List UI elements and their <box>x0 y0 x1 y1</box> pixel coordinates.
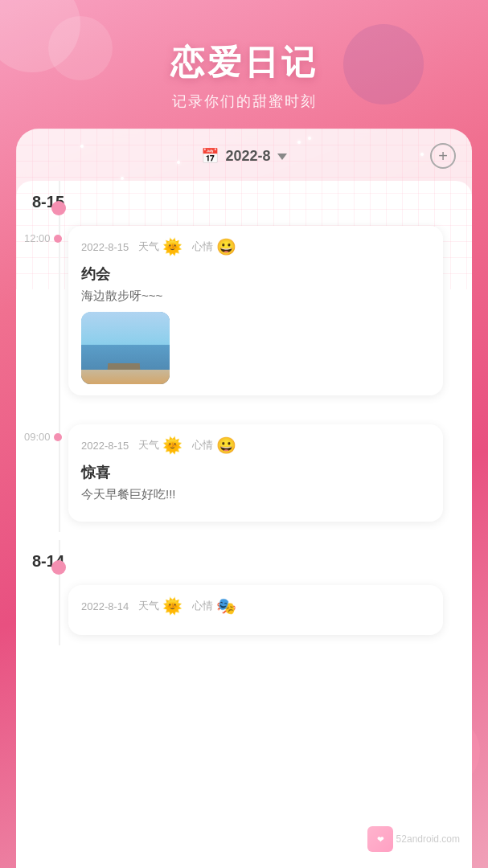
mood-label-0: 心情 <box>192 240 213 254</box>
entry-card-2[interactable]: 2022-8-14 天气 🌞 心情 🎭 <box>68 585 443 635</box>
mood-item-2: 心情 🎭 <box>192 596 236 616</box>
month-nav: 📅 2022-8 + <box>16 129 472 181</box>
main-card: 📅 2022-8 + 8-15 12:00 <box>16 129 472 868</box>
entry-date-1: 2022-8-15 <box>81 440 129 452</box>
entry-body-1: 今天早餐巨好吃!!! <box>81 487 430 502</box>
diary-content[interactable]: 8-15 12:00 2022-8-15 天气 <box>16 181 472 868</box>
weather-item-0: 天气 🌞 <box>138 237 182 256</box>
time-dot-1200 <box>54 235 62 243</box>
date-section-815: 8-15 12:00 2022-8-15 天气 <box>16 181 472 532</box>
entry-image-0 <box>81 312 170 384</box>
mood-label-2: 心情 <box>192 599 213 613</box>
entry-title-0: 约会 <box>81 264 430 284</box>
watermark-text: 52android.com <box>396 833 460 845</box>
ocean-sand <box>81 370 170 384</box>
weather-item-2: 天气 🌞 <box>138 596 182 616</box>
ocean-sky <box>81 312 170 348</box>
ocean-pier <box>108 363 141 370</box>
entry-card-0[interactable]: 2022-8-15 天气 🌞 心情 😀 约会 海边散步呀~~~ <box>68 226 443 395</box>
entry-date-2: 2022-8-14 <box>81 600 129 612</box>
weather-emoji-1: 🌞 <box>162 436 182 455</box>
entry-date-0: 2022-8-15 <box>81 241 129 253</box>
app-subtitle: 记录你们的甜蜜时刻 <box>0 92 488 111</box>
time-dot-0900 <box>54 433 62 441</box>
month-center[interactable]: 📅 2022-8 <box>58 147 430 165</box>
entry-meta-2: 2022-8-14 天气 🌞 心情 🎭 <box>81 596 430 616</box>
entry-meta-1: 2022-8-15 天气 🌞 心情 😀 <box>81 436 430 455</box>
mood-emoji-0: 😀 <box>216 237 236 256</box>
watermark: ❤ 52android.com <box>367 826 460 852</box>
time-row-0900: 09:00 2022-8-15 天气 🌞 心情 <box>16 414 472 532</box>
entry-meta-0: 2022-8-15 天气 🌞 心情 😀 <box>81 237 430 256</box>
weather-emoji-2: 🌞 <box>162 596 182 616</box>
date-dot-814 <box>51 560 66 575</box>
time-row-1200: 12:00 2022-8-15 天气 🌞 心情 <box>16 215 472 406</box>
weather-label-1: 天气 <box>138 438 159 452</box>
watermark-logo: ❤ <box>367 826 393 852</box>
date-dot-815 <box>51 201 66 215</box>
calendar-icon: 📅 <box>201 147 219 165</box>
mood-emoji-1: 😀 <box>216 436 236 455</box>
date-section-814: 8-14 2022-8-14 天气 🌞 <box>16 540 472 645</box>
entry-title-1: 惊喜 <box>81 463 430 482</box>
mood-item-1: 心情 😀 <box>192 436 236 455</box>
entry-card-1[interactable]: 2022-8-15 天气 🌞 心情 😀 惊喜 今天早餐巨好吃!!! <box>68 424 443 522</box>
time-label-1200: 12:00 <box>24 232 51 244</box>
mood-label-1: 心情 <box>192 438 213 452</box>
weather-emoji-0: 🌞 <box>162 237 182 256</box>
weather-label-2: 天气 <box>138 599 159 613</box>
time-label-0900: 09:00 <box>24 431 51 443</box>
chevron-down-icon <box>277 154 287 160</box>
weather-item-1: 天气 🌞 <box>138 436 182 455</box>
app-title: 恋爱日记 <box>0 40 488 85</box>
add-button[interactable]: + <box>430 143 456 169</box>
entry-body-0: 海边散步呀~~~ <box>81 289 430 304</box>
mood-emoji-2: 🎭 <box>216 596 236 616</box>
header: 恋爱日记 记录你们的甜蜜时刻 <box>0 0 488 127</box>
weather-label-0: 天气 <box>138 240 159 254</box>
month-text: 2022-8 <box>225 148 270 165</box>
mood-item-0: 心情 😀 <box>192 237 236 256</box>
